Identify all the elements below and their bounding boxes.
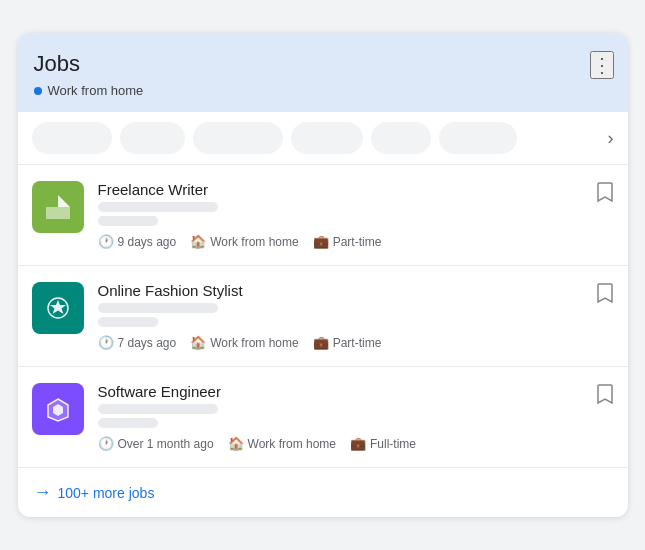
job-location-2: 🏠 Work from home: [190, 335, 298, 350]
home-icon-1: 🏠: [190, 234, 206, 249]
job-meta-2: 🕐 7 days ago 🏠 Work from home 💼 Part-tim…: [98, 335, 614, 350]
job-item-fashion-stylist[interactable]: Online Fashion Stylist 🕐 7 days ago 🏠 Wo…: [18, 266, 628, 367]
freelance-writer-logo-svg: [42, 191, 74, 223]
bookmark-icon-2: [596, 282, 614, 304]
bag-icon-3: 💼: [350, 436, 366, 451]
bookmark-icon-1: [596, 181, 614, 203]
svg-marker-0: [58, 195, 70, 207]
job-logo-3: [32, 383, 84, 435]
filter-row: ›: [18, 112, 628, 165]
bookmark-icon-3: [596, 383, 614, 405]
subtitle-text: Work from home: [48, 83, 144, 98]
more-jobs-label: 100+ more jobs: [58, 485, 155, 501]
blue-dot-icon: [34, 87, 42, 95]
filter-pill-5[interactable]: [371, 122, 431, 154]
job-age-1: 🕐 9 days ago: [98, 234, 177, 249]
fashion-stylist-logo-svg: [42, 292, 74, 324]
placeholder-company-3: [98, 404, 218, 414]
home-icon-3: 🏠: [228, 436, 244, 451]
job-meta-1: 🕐 9 days ago 🏠 Work from home 💼 Part-tim…: [98, 234, 614, 249]
job-location-1: 🏠 Work from home: [190, 234, 298, 249]
svg-rect-1: [46, 207, 70, 219]
filter-pill-1[interactable]: [32, 122, 112, 154]
job-location-3: 🏠 Work from home: [228, 436, 336, 451]
job-logo-2: [32, 282, 84, 334]
job-title-2: Online Fashion Stylist: [98, 282, 614, 299]
page-title: Jobs: [34, 51, 612, 77]
placeholder-detail-1: [98, 216, 158, 226]
arrow-right-icon: →: [34, 482, 52, 503]
job-type-3: 💼 Full-time: [350, 436, 416, 451]
job-logo-1: [32, 181, 84, 233]
more-jobs-button[interactable]: → 100+ more jobs: [34, 482, 155, 503]
job-list: Freelance Writer 🕐 9 days ago 🏠 Work fro…: [18, 165, 628, 467]
filter-pill-2[interactable]: [120, 122, 185, 154]
bookmark-button-1[interactable]: [594, 179, 616, 210]
placeholder-company-2: [98, 303, 218, 313]
clock-icon-1: 🕐: [98, 234, 114, 249]
job-content-3: Software Engineer 🕐 Over 1 month ago 🏠 W…: [98, 383, 614, 451]
job-type-2: 💼 Part-time: [313, 335, 382, 350]
more-jobs-row: → 100+ more jobs: [18, 467, 628, 517]
clock-icon-3: 🕐: [98, 436, 114, 451]
bookmark-button-3[interactable]: [594, 381, 616, 412]
bookmark-button-2[interactable]: [594, 280, 616, 311]
software-engineer-logo-svg: [42, 393, 74, 425]
job-age-3: 🕐 Over 1 month ago: [98, 436, 214, 451]
header-subtitle: Work from home: [34, 83, 612, 98]
bag-icon-2: 💼: [313, 335, 329, 350]
jobs-card: Jobs Work from home ⋮ › Freelance Write: [18, 33, 628, 517]
header-menu-button[interactable]: ⋮: [590, 51, 614, 79]
filter-chevron-icon[interactable]: ›: [608, 128, 614, 149]
job-item-freelance-writer[interactable]: Freelance Writer 🕐 9 days ago 🏠 Work fro…: [18, 165, 628, 266]
job-content-2: Online Fashion Stylist 🕐 7 days ago 🏠 Wo…: [98, 282, 614, 350]
filter-pill-3[interactable]: [193, 122, 283, 154]
job-item-software-engineer[interactable]: Software Engineer 🕐 Over 1 month ago 🏠 W…: [18, 367, 628, 467]
job-type-1: 💼 Part-time: [313, 234, 382, 249]
filter-pill-4[interactable]: [291, 122, 363, 154]
placeholder-detail-2: [98, 317, 158, 327]
card-header: Jobs Work from home ⋮: [18, 33, 628, 112]
bag-icon-1: 💼: [313, 234, 329, 249]
clock-icon-2: 🕐: [98, 335, 114, 350]
home-icon-2: 🏠: [190, 335, 206, 350]
job-meta-3: 🕐 Over 1 month ago 🏠 Work from home 💼 Fu…: [98, 436, 614, 451]
filter-pill-6[interactable]: [439, 122, 517, 154]
placeholder-detail-3: [98, 418, 158, 428]
placeholder-company-1: [98, 202, 218, 212]
job-age-2: 🕐 7 days ago: [98, 335, 177, 350]
job-content-1: Freelance Writer 🕐 9 days ago 🏠 Work fro…: [98, 181, 614, 249]
job-title-3: Software Engineer: [98, 383, 614, 400]
job-title-1: Freelance Writer: [98, 181, 614, 198]
